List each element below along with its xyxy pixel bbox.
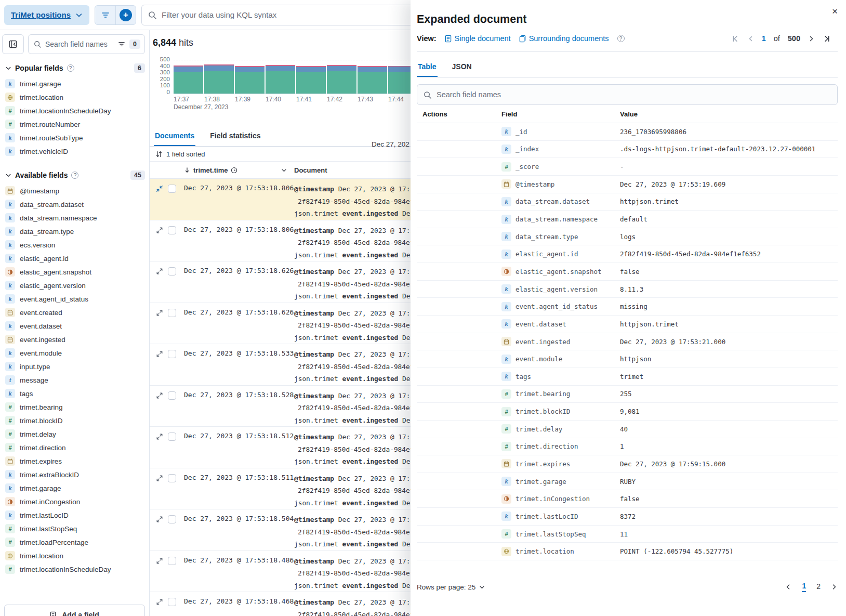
field-item[interactable]: trimet.location xyxy=(0,549,149,562)
field-item[interactable]: kinput.type xyxy=(0,360,149,373)
field-value-row[interactable]: kevent.datasethttpjson.trimet xyxy=(417,316,838,333)
rows-per-page-button[interactable]: Rows per page: 25 xyxy=(417,583,485,591)
field-value-row[interactable]: #trimet.direction1 xyxy=(417,438,838,456)
expand-document-icon[interactable] xyxy=(156,433,163,440)
field-value-row[interactable]: ktrimet.garageRUBY xyxy=(417,473,838,491)
field-value-row[interactable]: kevent.modulehttpjson xyxy=(417,350,838,368)
field-value-row[interactable]: kevent.agent_id_statusmissing xyxy=(417,298,838,316)
field-value-row[interactable]: #trimet.blockID9,081 xyxy=(417,403,838,421)
expand-document-icon[interactable] xyxy=(156,227,163,234)
field-item[interactable]: #trimet.bearing xyxy=(0,400,149,414)
tab-field-statistics[interactable]: Field statistics xyxy=(209,127,261,146)
field-item[interactable]: kecs.version xyxy=(0,238,149,252)
field-item[interactable]: event.created xyxy=(0,306,149,319)
field-item[interactable]: kevent.dataset xyxy=(0,319,149,333)
collapse-sidebar-button[interactable] xyxy=(2,34,24,54)
next-page-icon[interactable] xyxy=(831,583,838,591)
field-item[interactable]: kdata_stream.dataset xyxy=(0,198,149,211)
field-item[interactable]: trimet.expires xyxy=(0,454,149,468)
expand-document-icon[interactable] xyxy=(156,350,163,358)
field-item[interactable]: event.ingested xyxy=(0,333,149,346)
field-item[interactable]: kdata_stream.type xyxy=(0,225,149,238)
single-document-link[interactable]: Single document xyxy=(445,34,511,43)
histogram-bar[interactable] xyxy=(358,66,387,94)
row-checkbox[interactable] xyxy=(168,515,176,523)
row-checkbox[interactable] xyxy=(168,557,176,565)
page-number-2[interactable]: 2 xyxy=(816,582,821,592)
field-item[interactable]: #trimet.locationInScheduleDay xyxy=(0,104,149,117)
row-checkbox[interactable] xyxy=(168,474,176,482)
field-item[interactable]: kdata_stream.namespace xyxy=(0,211,149,225)
field-item[interactable]: ktrimet.routeSubType xyxy=(0,131,149,145)
row-checkbox[interactable] xyxy=(168,309,176,317)
field-value-row[interactable]: kdata_stream.typelogs xyxy=(417,228,838,246)
add-filter-button[interactable]: + xyxy=(115,6,136,24)
field-item[interactable]: elastic_agent.snapshot xyxy=(0,265,149,279)
field-value-row[interactable]: kelastic_agent.version8.11.3 xyxy=(417,281,838,298)
field-value-row[interactable]: #trimet.bearing255 xyxy=(417,386,838,403)
field-item[interactable]: @timestamp xyxy=(0,184,149,198)
tab-documents[interactable]: Documents xyxy=(154,127,195,146)
close-icon[interactable]: × xyxy=(832,6,838,16)
field-value-row[interactable]: #_score - xyxy=(417,158,838,176)
field-item[interactable]: kevent.module xyxy=(0,346,149,360)
tab-json[interactable]: JSON xyxy=(451,58,473,77)
row-checkbox[interactable] xyxy=(168,598,176,606)
expand-document-icon[interactable] xyxy=(156,268,163,275)
tab-table[interactable]: Table xyxy=(417,58,438,77)
saved-query-filter-button[interactable] xyxy=(95,6,115,24)
field-item[interactable]: ktrimet.garage xyxy=(0,77,149,90)
field-item[interactable]: #trimet.routeNumber xyxy=(0,117,149,131)
row-checkbox[interactable] xyxy=(168,226,176,234)
prev-page-icon[interactable] xyxy=(785,583,791,591)
field-item[interactable]: ktrimet.extraBlockID xyxy=(0,468,149,481)
field-value-row[interactable]: k_id236_1703695998806 xyxy=(417,123,838,141)
row-checkbox[interactable] xyxy=(168,350,176,358)
expand-document-icon[interactable] xyxy=(156,475,163,482)
field-item[interactable]: ktags xyxy=(0,387,149,400)
field-item[interactable]: ktrimet.garage xyxy=(0,481,149,495)
field-item[interactable]: tmessage xyxy=(0,373,149,387)
field-item[interactable]: kelastic_agent.version xyxy=(0,279,149,292)
row-checkbox[interactable] xyxy=(168,391,176,400)
flyout-field-search[interactable]: Search field names xyxy=(417,84,838,105)
field-item[interactable]: kelastic_agent.id xyxy=(0,252,149,265)
field-item[interactable]: #trimet.blockID xyxy=(0,414,149,427)
field-item[interactable]: #trimet.direction xyxy=(0,441,149,454)
field-search-input[interactable]: Search field names 0 xyxy=(28,34,145,54)
field-item[interactable]: trimet.location xyxy=(0,90,149,104)
field-item[interactable]: kevent.agent_id_status xyxy=(0,292,149,306)
add-field-button[interactable]: Add a field xyxy=(4,605,145,616)
row-checkbox[interactable] xyxy=(168,432,176,441)
field-value-row[interactable]: #trimet.delay40 xyxy=(417,421,838,438)
prev-page-icon[interactable] xyxy=(747,35,754,43)
next-page-icon[interactable] xyxy=(808,35,815,43)
data-view-picker[interactable]: TriMet positions xyxy=(4,5,89,25)
field-value-row[interactable]: kdata_stream.datasethttpjson.trimet xyxy=(417,193,838,211)
surrounding-documents-link[interactable]: Surrounding documents xyxy=(519,34,609,43)
expand-document-icon[interactable] xyxy=(156,309,163,317)
collapse-document-icon[interactable] xyxy=(156,185,163,192)
field-value-row[interactable]: #trimet.lastStopSeq11 xyxy=(417,526,838,543)
histogram-bar[interactable] xyxy=(174,65,203,94)
expand-document-icon[interactable] xyxy=(156,557,163,565)
field-item[interactable]: trimet.inCongestion xyxy=(0,495,149,508)
field-value-row[interactable]: k_index.ds-logs-httpjson.trimet-default-… xyxy=(417,141,838,159)
field-filter-icon[interactable] xyxy=(118,41,125,47)
field-item[interactable]: ktrimet.vehicleID xyxy=(0,145,149,158)
field-value-row[interactable]: ktrimet.lastLocID8372 xyxy=(417,508,838,526)
field-value-row[interactable]: kdata_stream.namespacedefault xyxy=(417,211,838,228)
expand-document-icon[interactable] xyxy=(156,598,163,606)
expand-document-icon[interactable] xyxy=(156,516,163,523)
field-item[interactable]: ktrimet.lastLocID xyxy=(0,508,149,522)
histogram-bar[interactable] xyxy=(266,65,295,94)
field-value-row[interactable]: trimet.inCongestionfalse xyxy=(417,490,838,508)
field-value-row[interactable]: ktagstrimet xyxy=(417,368,838,386)
first-page-icon[interactable] xyxy=(732,35,739,43)
histogram-bar[interactable] xyxy=(235,66,265,94)
histogram-bar[interactable] xyxy=(204,64,234,94)
histogram-bar[interactable] xyxy=(296,66,326,94)
row-checkbox[interactable] xyxy=(168,267,176,276)
time-column-header[interactable]: trimet.time xyxy=(184,166,294,174)
row-checkbox[interactable] xyxy=(168,185,176,193)
